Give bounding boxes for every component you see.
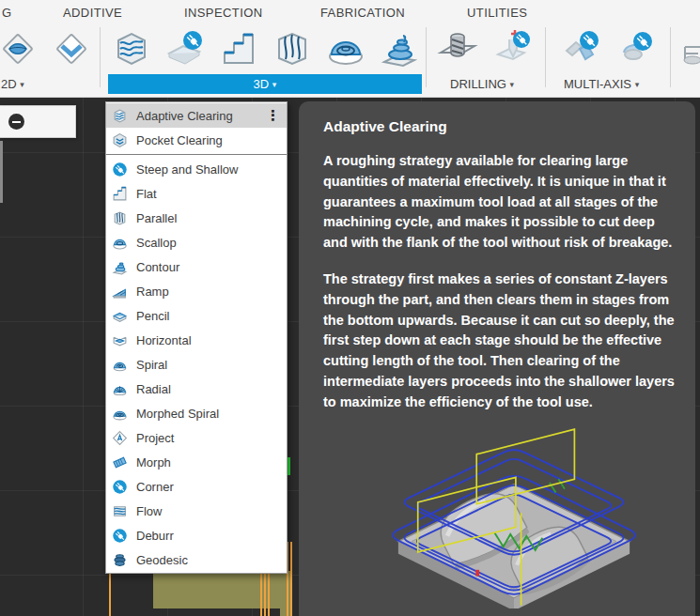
menu-item-label: Pencil bbox=[136, 309, 169, 323]
chevron-down-icon: ▾ bbox=[510, 80, 515, 89]
morphed-spiral-icon bbox=[112, 406, 128, 422]
chevron-down-icon: ▾ bbox=[635, 80, 640, 89]
pocket-diamond-button[interactable] bbox=[0, 26, 39, 71]
parallel-icon bbox=[112, 210, 128, 226]
steep-shallow-new-icon bbox=[164, 28, 206, 69]
project-icon bbox=[112, 430, 128, 446]
multiaxis-swarf-new-button[interactable] bbox=[560, 26, 603, 71]
adaptive-cube-button[interactable] bbox=[110, 26, 153, 71]
tooltip-paragraph: The strategy first makes a series of con… bbox=[323, 270, 677, 413]
radial-icon bbox=[112, 381, 128, 397]
menu-item-contour[interactable]: Contour bbox=[106, 254, 287, 279]
group-dropdown-drilling[interactable]: DRILLING ▾ bbox=[450, 77, 514, 91]
menu-item-label: Scallop bbox=[136, 236, 177, 250]
overflow-menu-icon[interactable]: ⋮ bbox=[259, 107, 287, 124]
chamfer-diamond-icon bbox=[51, 28, 92, 69]
menu-item-pencil[interactable]: Pencil bbox=[106, 303, 287, 328]
toolbar-group-labels: 2D ▾ 3D ▾ DRILLING ▾ MULTI-AXIS ▾ bbox=[0, 74, 700, 97]
adaptive-cube-icon bbox=[111, 28, 152, 69]
pencil-icon bbox=[112, 308, 128, 324]
new-badge-icon bbox=[112, 479, 128, 495]
menu-item-horizontal[interactable]: Horizontal bbox=[106, 328, 287, 352]
multiaxis-contour-new-button[interactable] bbox=[614, 26, 657, 71]
tab-inspection[interactable]: INSPECTION bbox=[184, 6, 262, 20]
drill-new-button[interactable] bbox=[490, 26, 533, 71]
tab-milling-partial[interactable]: G bbox=[2, 6, 12, 20]
menu-item-label: Morphed Spiral bbox=[136, 407, 219, 421]
tab-fabrication[interactable]: FABRICATION bbox=[320, 6, 405, 20]
toolbar-group-3d bbox=[110, 26, 421, 71]
menu-item-label: Contour bbox=[136, 260, 179, 274]
chevron-down-icon: ▾ bbox=[272, 80, 277, 89]
menu-item-adaptive-clearing[interactable]: Adaptive Clearing⋮ bbox=[106, 103, 287, 128]
tab-utilities[interactable]: UTILITIES bbox=[467, 6, 527, 20]
scallop-icon bbox=[112, 235, 128, 251]
horizontal-icon bbox=[112, 332, 128, 348]
menu-item-label: Steep and Shallow bbox=[136, 162, 238, 177]
menu-item-radial[interactable]: Radial bbox=[106, 377, 287, 401]
ramp-icon bbox=[112, 284, 128, 300]
menu-item-flow[interactable]: Flow bbox=[106, 499, 287, 523]
menu-item-parallel[interactable]: Parallel bbox=[106, 206, 287, 230]
multiaxis-swarf-new-icon bbox=[561, 28, 602, 69]
toolbar-group-multiaxis bbox=[560, 26, 657, 71]
spiral-icon bbox=[112, 357, 128, 373]
menu-item-morphed-spiral[interactable]: Morphed Spiral bbox=[106, 401, 287, 425]
parallel-cube-button[interactable] bbox=[271, 26, 314, 71]
menu-item-steep-and-shallow[interactable]: Steep and Shallow bbox=[106, 157, 287, 181]
contour-cone-button[interactable] bbox=[378, 26, 421, 71]
adaptive-clearing-preview-image bbox=[363, 424, 665, 608]
drill-plate-button[interactable] bbox=[436, 26, 479, 71]
flat-stairs-icon bbox=[218, 28, 259, 69]
tooltip-panel: Adaptive Clearing A roughing strategy av… bbox=[299, 101, 695, 616]
flow-icon bbox=[112, 503, 128, 519]
menu-item-label: Horizontal bbox=[136, 333, 192, 347]
menu-item-label: Corner bbox=[136, 480, 174, 494]
menu-item-morph[interactable]: Morph bbox=[106, 450, 287, 474]
new-badge-icon bbox=[112, 162, 128, 177]
flat-stairs-button[interactable] bbox=[217, 26, 260, 71]
stock-preview-region bbox=[153, 571, 291, 608]
menu-item-spiral[interactable]: Spiral bbox=[106, 352, 287, 377]
toolbar-group-2d bbox=[0, 26, 93, 71]
menu-item-ramp[interactable]: Ramp bbox=[106, 279, 287, 303]
menu-item-label: Deburr bbox=[136, 529, 174, 543]
toolpath-marker bbox=[260, 569, 262, 616]
menu-item-label: Parallel bbox=[136, 211, 177, 225]
group-dropdown-2d[interactable]: 2D ▾ bbox=[1, 77, 24, 91]
tooltip-paragraph: A roughing strategy available for cleari… bbox=[323, 151, 677, 254]
chamfer-diamond-button[interactable] bbox=[50, 26, 93, 71]
scallop-dome-icon bbox=[325, 28, 366, 69]
menu-item-label: Adaptive Clearing bbox=[136, 109, 233, 123]
toolpath-marker bbox=[290, 542, 292, 616]
menu-item-label: Pocket Clearing bbox=[136, 133, 223, 147]
menu-item-label: Ramp bbox=[136, 285, 169, 299]
group-dropdown-3d[interactable]: 3D ▾ bbox=[108, 74, 422, 94]
ribbon: GADDITIVEINSPECTIONFABRICATIONUTILITIES … bbox=[0, 0, 700, 98]
scallop-dome-button[interactable] bbox=[324, 26, 367, 71]
menu-item-scallop[interactable]: Scallop bbox=[106, 230, 287, 254]
partial-tool-button[interactable] bbox=[678, 26, 700, 71]
minus-circle-icon bbox=[8, 114, 24, 130]
menu-item-corner[interactable]: Corner bbox=[106, 474, 287, 499]
menu-item-label: Spiral bbox=[136, 358, 167, 372]
group-dropdown-multiaxis[interactable]: MULTI-AXIS ▾ bbox=[564, 77, 639, 91]
menu-item-label: Flow bbox=[136, 504, 162, 518]
menu-item-label: Morph bbox=[136, 455, 171, 470]
viewport-overlay-panel[interactable] bbox=[0, 105, 76, 138]
menu-item-deburr[interactable]: Deburr bbox=[106, 523, 287, 547]
menu-item-project[interactable]: Project bbox=[106, 425, 287, 450]
menu-item-label: Radial bbox=[136, 382, 171, 396]
tab-additive[interactable]: ADDITIVE bbox=[63, 6, 122, 20]
menu-item-flat[interactable]: Flat bbox=[106, 181, 287, 206]
menu-item-geodesic[interactable]: Geodesic bbox=[106, 547, 287, 572]
steep-shallow-new-button[interactable] bbox=[163, 26, 207, 71]
new-badge-icon bbox=[112, 528, 128, 544]
menu-item-label: Flat bbox=[136, 187, 157, 201]
toolpath-marker bbox=[268, 569, 270, 616]
menu-item-pocket-clearing[interactable]: Pocket Clearing bbox=[106, 128, 287, 152]
toolpath-marker bbox=[264, 569, 266, 616]
pocket-diamond-icon bbox=[0, 28, 39, 69]
geodesic-icon bbox=[112, 552, 128, 568]
partial-tool-icon bbox=[679, 28, 700, 69]
